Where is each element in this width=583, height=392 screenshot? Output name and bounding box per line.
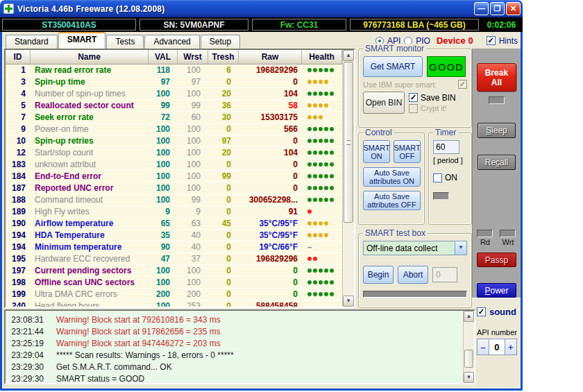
passp-button[interactable]: Passp [477, 253, 516, 267]
health-dot-icon [319, 139, 323, 143]
close-button[interactable]: ✕ [506, 2, 521, 15]
table-row[interactable]: 240Head flying hours1002530588458458 [6, 300, 342, 307]
health-dot-icon [307, 151, 312, 155]
timer-period-input[interactable]: 60 [433, 140, 459, 154]
table-row[interactable]: 190Airflow temperature65634535°C/95°F [6, 218, 342, 230]
get-smart-button[interactable]: Get SMART [363, 56, 423, 77]
scrollbar-thumb[interactable] [344, 62, 353, 223]
table-scrollbar[interactable]: ▲ ▼ [342, 50, 354, 307]
decrement-button[interactable]: – [478, 339, 489, 355]
smart-on-button[interactable]: SMART ON [363, 140, 390, 163]
autosave-on-button[interactable]: Auto Save attributes ON [363, 167, 421, 187]
log-scrollbar[interactable]: ▲ ▼ [463, 311, 474, 383]
control-group: Control SMART ON SMART OFF Auto Save att… [358, 133, 425, 225]
table-row[interactable]: 1Raw read error rate1181006196829296 [6, 65, 342, 76]
table-row[interactable]: 5Reallocated sector count99993658 [6, 100, 342, 112]
table-row[interactable]: 12Start/stop count10010020104 [6, 147, 342, 159]
increment-button[interactable]: + [505, 339, 516, 355]
hints-checkbox[interactable]: ✓ [487, 36, 496, 45]
table-row[interactable]: 189High Fly writes99091 [6, 206, 342, 218]
health-indicator [302, 292, 342, 296]
autosave-off-button[interactable]: Auto Save attributes OFF [363, 191, 421, 210]
tab-standard[interactable]: Standard [6, 35, 58, 49]
log-scroll-down-icon[interactable]: ▼ [464, 372, 474, 383]
table-row[interactable]: 7Seek error rate72603015303175 [6, 112, 342, 123]
test-select[interactable]: Off-line data collect ▼ [363, 241, 467, 255]
minimize-button[interactable]: — [474, 2, 489, 15]
health-dot-icon [319, 162, 323, 167]
table-row[interactable]: 9Power-on time1001000566 [6, 123, 342, 135]
sleep-button[interactable]: Sleep [478, 123, 516, 138]
column-header-name[interactable]: Name [31, 50, 149, 64]
table-row[interactable]: 198Offline scan UNC sectors10010000 [6, 277, 342, 289]
log-scroll-up-icon[interactable]: ▲ [464, 311, 474, 322]
health-dot-icon [313, 68, 317, 72]
table-row[interactable]: 199Ultra DMA CRC errors20020000 [6, 289, 342, 300]
recall-button[interactable]: Recall [478, 155, 516, 170]
table-row[interactable]: 194Minimum temperature9040019°C/66°F– [6, 241, 342, 253]
timer-group: Timer 60 [ period ] ON [428, 133, 472, 225]
log-line: 23:21:44Warning! Block start at 91786265… [6, 325, 463, 337]
health-dot-icon [330, 292, 334, 296]
table-row[interactable]: 188Command timeout100990300652298... [6, 194, 342, 206]
column-header-health[interactable]: Health [302, 50, 342, 64]
table-row[interactable]: 187Reported UNC error10010000 [6, 182, 342, 194]
table-row[interactable]: 4Number of spin-up times10010020104 [6, 88, 342, 100]
window-title: Victoria 4.46b Freeware (12.08.2008) [17, 4, 474, 14]
table-row[interactable]: 194HDA Temperature3540035°C/95°F [6, 230, 342, 241]
column-header-tresh[interactable]: Tresh [208, 50, 239, 64]
begin-button[interactable]: Begin [363, 266, 394, 284]
health-indicator [302, 80, 342, 84]
sound-checkbox[interactable]: ✓ [477, 307, 486, 316]
maximize-button[interactable]: ❐ [490, 2, 505, 15]
table-header: IDNameVALWrstTreshRawHealth [6, 50, 342, 65]
title-bar[interactable]: Victoria 4.46b Freeware (12.08.2008) — ❐… [0, 0, 523, 17]
tab-advanced[interactable]: Advanced [144, 35, 199, 49]
health-dot-icon [307, 221, 312, 225]
dropdown-arrow-icon[interactable]: ▼ [455, 241, 466, 255]
column-header-id[interactable]: ID [6, 50, 31, 64]
health-dot-icon [330, 151, 334, 155]
table-row[interactable]: 184End-to-End error100100990 [6, 171, 342, 182]
table-row[interactable]: 10Spin-up retries100100970 [6, 135, 342, 147]
tab-setup[interactable]: Setup [201, 35, 240, 49]
health-dot-icon [313, 92, 317, 96]
read-led-label: Rd [480, 238, 490, 246]
open-bin-button[interactable]: Open BIN [363, 92, 405, 114]
column-header-val[interactable]: VAL [149, 50, 178, 64]
break-all-button[interactable]: Break All [477, 63, 516, 92]
health-dot-icon [324, 151, 328, 155]
power-button[interactable]: Power [477, 283, 516, 298]
tab-tests[interactable]: Tests [106, 35, 144, 49]
smart-off-button[interactable]: SMART OFF [394, 140, 421, 163]
test-counter-input[interactable]: 0 [432, 267, 457, 282]
health-dot-icon [330, 198, 334, 202]
health-dot-icon [313, 139, 317, 143]
table-row[interactable]: 195Hardware ECC recovered47370196829296 [6, 253, 342, 265]
health-dot-icon [307, 186, 312, 190]
health-dot-icon [319, 221, 323, 225]
scroll-up-icon[interactable]: ▲ [343, 50, 354, 61]
health-indicator [302, 269, 342, 273]
scrollbar-track[interactable] [343, 223, 354, 296]
tab-smart[interactable]: SMART [58, 32, 106, 49]
health-dot-icon [313, 162, 317, 167]
health-dot-icon [313, 269, 317, 273]
table-row[interactable]: 3Spin-up time979700 [6, 76, 342, 88]
health-indicator [302, 162, 342, 167]
column-header-raw[interactable]: Raw [239, 50, 302, 64]
health-dot-icon [307, 103, 312, 108]
timer-on-checkbox[interactable] [433, 173, 442, 182]
table-row[interactable]: 197Current pending sectors10010000 [6, 265, 342, 277]
health-dot-icon [307, 92, 312, 96]
health-indicator [302, 139, 342, 143]
log-scrollbar-thumb[interactable] [464, 350, 473, 368]
health-dot-icon [313, 80, 317, 84]
save-bin-checkbox[interactable]: ✓ [409, 93, 418, 102]
table-row[interactable]: 183unknown attribut10010000 [6, 159, 342, 171]
scroll-down-icon[interactable]: ▼ [343, 296, 354, 307]
column-header-wrst[interactable]: Wrst [178, 50, 208, 64]
health-dot-icon [324, 80, 328, 84]
health-dot-icon [324, 221, 328, 225]
abort-button[interactable]: Abort [398, 266, 428, 284]
